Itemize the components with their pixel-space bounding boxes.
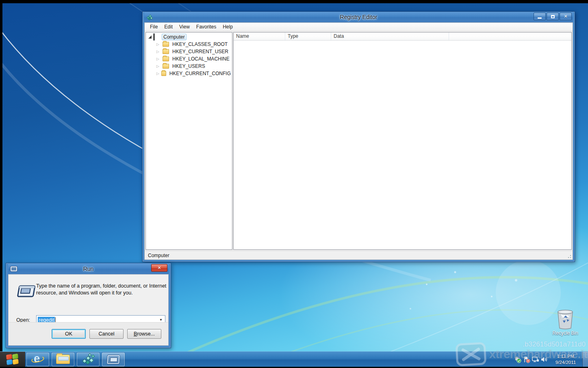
menu-bar: File Edit View Favorites Help — [145, 23, 573, 31]
tree-node-label[interactable]: HKEY_CURRENT_CONFIG — [168, 71, 232, 76]
collapsed-arrow-icon[interactable]: ▷ — [156, 50, 161, 54]
volume-icon[interactable] — [540, 352, 549, 367]
status-text: Computer — [148, 253, 169, 258]
status-bar: Computer — [145, 251, 573, 260]
tree-node-computer[interactable]: Computer — [146, 33, 232, 41]
recycle-bin-label: Recycle Bin — [549, 330, 581, 336]
registry-editor-icon — [82, 354, 94, 365]
taskbar-item-file-explorer[interactable] — [52, 353, 74, 366]
collapsed-arrow-icon[interactable]: ▷ — [156, 71, 160, 76]
maximize-button[interactable] — [547, 13, 559, 20]
folder-icon — [163, 56, 169, 61]
values-list-empty[interactable] — [234, 41, 571, 249]
registry-values-pane: Name Type Data — [233, 32, 572, 250]
column-header-data[interactable]: Data — [331, 32, 449, 40]
windows-logo-icon — [6, 353, 19, 365]
tree-node-label[interactable]: HKEY_CURRENT_USER — [171, 49, 230, 54]
menu-view[interactable]: View — [176, 23, 193, 30]
clock-date: 9/24/2011 — [551, 359, 581, 366]
system-tray: 1:11 PM 9/24/2011 — [513, 352, 588, 367]
menu-edit[interactable]: Edit — [161, 23, 176, 30]
taskbar: e — [0, 351, 588, 367]
expanded-arrow-icon[interactable] — [148, 35, 152, 39]
computer-icon — [153, 34, 160, 40]
window-title: Registry Editor — [144, 14, 573, 20]
folder-icon — [163, 49, 169, 54]
tree-node-label[interactable]: HKEY_LOCAL_MACHINE — [171, 56, 231, 62]
menu-file[interactable]: File — [147, 23, 161, 30]
column-header-blank — [449, 32, 571, 40]
registry-editor-window: Registry Editor ✕ File Edit View Favorit… — [142, 11, 575, 262]
action-center-flag-icon[interactable] — [522, 352, 531, 367]
list-column-headers: Name Type Data — [234, 32, 571, 41]
tree-node-label[interactable]: HKEY_CLASSES_ROOT — [171, 41, 229, 47]
minimize-icon — [538, 17, 542, 19]
desktop: Recycle Bin .b32615d501a711d0 Registry E… — [0, 0, 588, 368]
run-dialog: Run ✕ Type the name of a program, folder… — [6, 263, 171, 348]
close-icon: ✕ — [157, 265, 161, 271]
build-watermark: .b32615d501a711d0 — [523, 340, 586, 349]
minimize-button[interactable] — [534, 13, 546, 20]
browse-button[interactable]: Browse... — [127, 329, 161, 339]
file-explorer-icon — [56, 355, 70, 364]
folder-icon — [163, 42, 169, 47]
run-message: Type the name of a program, folder, docu… — [36, 283, 167, 296]
tree-node-hkey-current-user[interactable]: ▷ HKEY_CURRENT_USER — [146, 48, 232, 55]
ok-button[interactable]: OK — [52, 329, 86, 339]
taskbar-item-run[interactable] — [102, 353, 125, 366]
recycle-bin-desktop-icon[interactable]: Recycle Bin — [549, 307, 581, 336]
start-button[interactable] — [0, 352, 25, 367]
run-title: Run — [8, 266, 169, 272]
cancel-button[interactable]: Cancel — [89, 329, 124, 339]
registry-tree-pane: Computer ▷ HKEY_CLASSES_ROOT ▷ HKEY_CURR… — [145, 32, 232, 250]
internet-explorer-icon: e — [32, 354, 44, 365]
menu-favorites[interactable]: Favorites — [193, 23, 219, 30]
close-icon: ✕ — [564, 14, 567, 19]
recycle-bin-icon — [555, 307, 576, 330]
taskbar-clock[interactable]: 1:11 PM 9/24/2011 — [551, 353, 581, 366]
menu-help[interactable]: Help — [220, 23, 236, 30]
maximize-icon — [551, 15, 555, 18]
run-titlebar[interactable]: Run ✕ — [8, 263, 169, 274]
screen-edge-top — [0, 0, 588, 3]
taskbar-item-registry-editor[interactable] — [77, 353, 100, 366]
taskbar-item-internet-explorer[interactable]: e — [26, 353, 49, 366]
tree-node-label[interactable]: Computer — [162, 34, 187, 40]
close-button[interactable]: ✕ — [560, 13, 572, 20]
show-desktop-button[interactable] — [582, 352, 588, 367]
tree-node-label[interactable]: HKEY_USERS — [171, 63, 206, 69]
tree-node-hkey-users[interactable]: ▷ HKEY_USERS — [146, 63, 232, 70]
screen-edge-left — [0, 0, 2, 351]
run-close-button[interactable]: ✕ — [151, 264, 167, 272]
dropdown-arrow-icon[interactable]: ▼ — [159, 318, 163, 322]
network-icon[interactable] — [531, 352, 540, 367]
folder-icon — [163, 64, 169, 69]
collapsed-arrow-icon[interactable]: ▷ — [156, 64, 161, 68]
run-window-icon — [107, 355, 120, 364]
column-header-type[interactable]: Type — [285, 32, 331, 40]
collapsed-arrow-icon[interactable]: ▷ — [156, 57, 161, 61]
run-window-icon — [16, 284, 35, 301]
collapsed-arrow-icon[interactable]: ▷ — [156, 42, 161, 46]
registry-editor-titlebar[interactable]: Registry Editor ✕ — [144, 12, 573, 22]
tree-node-hkey-local-machine[interactable]: ▷ HKEY_LOCAL_MACHINE — [146, 55, 232, 63]
column-header-name[interactable]: Name — [234, 32, 285, 40]
resize-grip[interactable] — [566, 253, 572, 259]
safely-remove-hardware-icon[interactable] — [513, 352, 522, 367]
folder-icon — [161, 71, 166, 76]
tree-node-hkey-classes-root[interactable]: ▷ HKEY_CLASSES_ROOT — [146, 41, 232, 48]
clock-time: 1:11 PM — [551, 353, 581, 359]
tree-node-hkey-current-config[interactable]: ▷ HKEY_CURRENT_CONFIG — [146, 70, 232, 77]
